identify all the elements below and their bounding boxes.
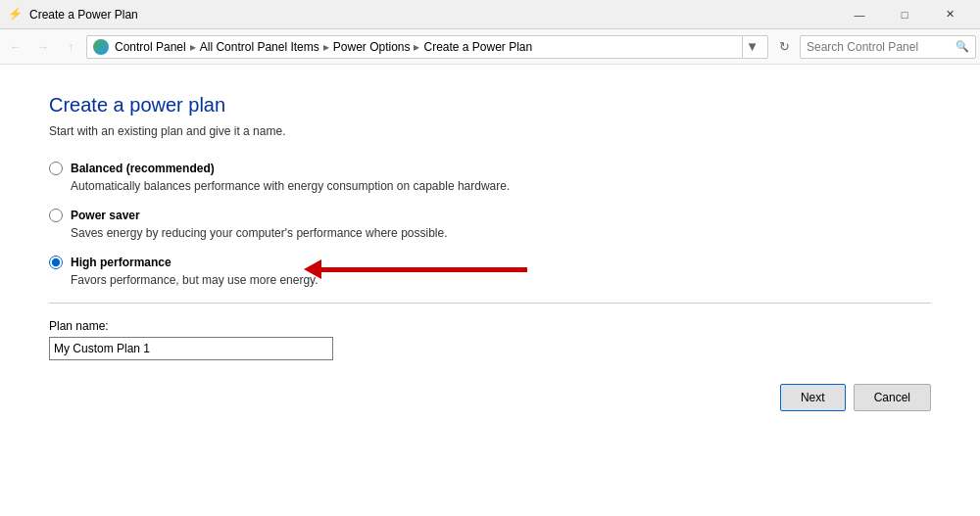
button-row: Next Cancel xyxy=(49,384,931,411)
window-title: Create a Power Plan xyxy=(29,8,837,22)
refresh-button[interactable]: ↻ xyxy=(772,35,796,59)
address-dropdown-button[interactable]: ▼ xyxy=(742,35,761,59)
address-field[interactable]: Control Panel ▸ All Control Panel Items … xyxy=(86,35,768,59)
option-balanced-desc: Automatically balances performance with … xyxy=(71,179,931,193)
window-icon: ⚡ xyxy=(8,7,24,23)
minimize-button[interactable]: — xyxy=(837,0,882,29)
page-subtitle: Start with an existing plan and give it … xyxy=(49,124,931,138)
breadcrumb-create-plan: Create a Power Plan xyxy=(423,40,532,54)
breadcrumb-control-panel: Control Panel xyxy=(115,40,186,54)
plan-name-label: Plan name: xyxy=(49,319,931,333)
option-high-performance-desc: Favors performance, but may use more ene… xyxy=(71,273,931,287)
up-button[interactable]: ↑ xyxy=(59,35,82,59)
breadcrumb: Control Panel ▸ All Control Panel Items … xyxy=(93,39,742,55)
close-button[interactable]: ✕ xyxy=(927,0,972,29)
radio-high-performance[interactable] xyxy=(49,256,63,269)
option-high-performance-label: High performance xyxy=(71,256,172,269)
main-content: Create a power plan Start with an existi… xyxy=(0,65,980,516)
option-balanced-label: Balanced (recommended) xyxy=(71,162,215,175)
option-balanced[interactable]: Balanced (recommended) Automatically bal… xyxy=(49,162,931,193)
radio-power-saver[interactable] xyxy=(49,209,63,222)
search-box[interactable]: 🔍 xyxy=(800,35,976,59)
breadcrumb-all-items: All Control Panel Items xyxy=(200,40,319,54)
option-power-saver-desc: Saves energy by reducing your computer's… xyxy=(71,226,931,240)
breadcrumb-power-options: Power Options xyxy=(333,40,411,54)
window-controls: — □ ✕ xyxy=(837,0,972,29)
option-high-performance[interactable]: High performance Favors performance, but… xyxy=(49,256,931,287)
plan-name-input[interactable] xyxy=(49,337,333,360)
option-power-saver-label: Power saver xyxy=(71,209,140,222)
option-power-saver[interactable]: Power saver Saves energy by reducing you… xyxy=(49,209,931,240)
radio-balanced[interactable] xyxy=(49,162,63,175)
search-input[interactable] xyxy=(807,40,956,54)
back-button[interactable]: ← xyxy=(4,35,27,59)
cancel-button[interactable]: Cancel xyxy=(854,384,931,411)
plan-name-section: Plan name: xyxy=(49,319,931,360)
next-button[interactable]: Next xyxy=(780,384,846,411)
search-icon: 🔍 xyxy=(956,40,969,53)
divider xyxy=(49,303,931,304)
forward-button[interactable]: → xyxy=(31,35,55,59)
address-bar: ← → ↑ Control Panel ▸ All Control Panel … xyxy=(0,29,980,65)
page-title: Create a power plan xyxy=(49,94,931,117)
title-bar: ⚡ Create a Power Plan — □ ✕ xyxy=(0,0,980,29)
maximize-button[interactable]: □ xyxy=(882,0,927,29)
